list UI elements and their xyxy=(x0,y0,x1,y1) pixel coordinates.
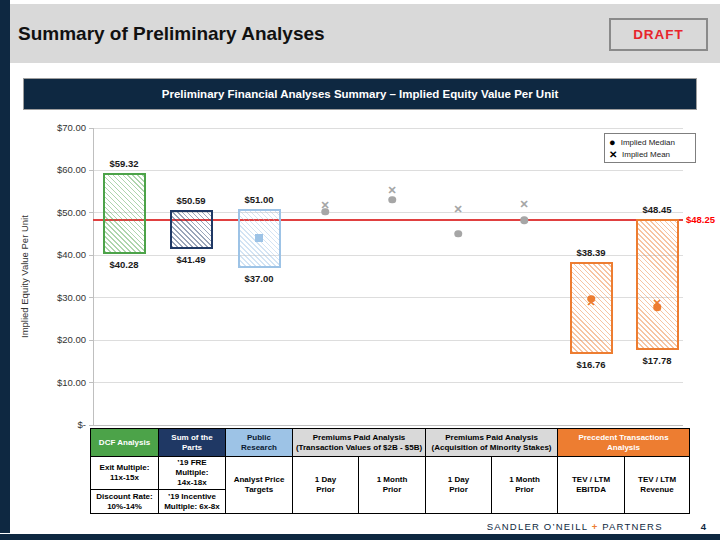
firm-name-right: PARTNERS xyxy=(602,521,662,532)
x-axis-line xyxy=(93,425,683,426)
y-tick-label: $70.00 xyxy=(30,122,86,133)
table-header-green: DCF Analysis xyxy=(91,429,159,457)
mean-marker-premiums-txn-1-month-prior: ✕ xyxy=(387,184,396,195)
mean-x-icon: ✕ xyxy=(609,149,617,160)
y-tick-label: $- xyxy=(30,419,86,430)
y-axis-line xyxy=(93,128,94,425)
range-bar-dcf-analysis xyxy=(103,173,146,254)
legend-item-median: ● Implied Median xyxy=(609,136,691,148)
mean-marker-premiums-minority-1-day-prior: ✕ xyxy=(453,203,462,214)
legend-label-median: Implied Median xyxy=(621,138,675,147)
table-cell: TEV / LTM EBITDA xyxy=(558,457,625,514)
value-label-high-precedent-tev-ltm-revenue: $48.45 xyxy=(627,204,687,215)
gridline xyxy=(93,382,683,383)
draft-stamp: DRAFT xyxy=(609,18,708,51)
median-marker-premiums-txn-1-day-prior xyxy=(321,208,329,216)
value-label-low-precedent-tev-ltm-ebitda: $16.76 xyxy=(561,359,621,370)
value-label-low-sum-of-the-parts: $41.49 xyxy=(161,254,221,265)
table-cell: 1 Month Prior xyxy=(359,457,426,514)
legend-item-mean: ✕ Implied Mean xyxy=(609,148,691,160)
table-header-navy: Sum of the Parts xyxy=(159,429,226,457)
value-label-low-public-research: $37.00 xyxy=(229,273,289,284)
range-bar-precedent-tev-ltm-revenue xyxy=(636,219,679,349)
table-header-gray: Premiums Paid Analysis (Acquisition of M… xyxy=(426,429,558,457)
y-tick-label: $40.00 xyxy=(30,249,86,260)
median-marker-premiums-txn-1-month-prior xyxy=(388,196,396,204)
range-bar-sum-of-the-parts xyxy=(170,210,213,249)
y-tick-label: $20.00 xyxy=(30,334,86,345)
table-cell: ’19 Incentive Multiple: 6x-8x xyxy=(159,490,226,514)
firm-logo-plus-icon: + xyxy=(592,521,599,532)
table-header-orange: Precedent Transactions Analysis xyxy=(558,429,690,457)
y-tick-label: $60.00 xyxy=(30,164,86,175)
header-band: Summary of Preliminary Analyses DRAFT xyxy=(10,4,720,63)
firm-name-left: SANDLER O’NEILL xyxy=(487,521,588,532)
table-header-lightblue: Public Research xyxy=(226,429,293,457)
value-label-high-precedent-tev-ltm-ebitda: $38.39 xyxy=(561,247,621,258)
value-label-high-dcf-analysis: $59.32 xyxy=(94,158,154,169)
reference-line-label: $48.25 xyxy=(686,214,715,225)
firm-logo: SANDLER O’NEILL + PARTNERS xyxy=(487,521,663,532)
table-cell: 1 Day Prior xyxy=(293,457,359,514)
table-cell: Exit Multiple: 11x-15x xyxy=(91,457,159,490)
value-label-low-precedent-tev-ltm-revenue: $17.78 xyxy=(627,355,687,366)
bottom-accent-strip xyxy=(0,534,720,540)
value-label-high-public-research: $51.00 xyxy=(229,194,289,205)
table-cell: ’19 FRE Multiple: 14x-18x xyxy=(159,457,226,490)
table-cell: TEV / LTM Revenue xyxy=(625,457,690,514)
chart-title-banner: Preliminary Financial Analyses Summary –… xyxy=(23,78,697,110)
legend-label-mean: Implied Mean xyxy=(622,150,670,159)
chart-legend: ● Implied Median ✕ Implied Mean xyxy=(604,133,696,163)
analyst-target-marker xyxy=(255,234,263,242)
gridline xyxy=(93,170,683,171)
median-circle-icon: ● xyxy=(609,137,616,147)
median-marker-premiums-minority-1-month-prior xyxy=(520,217,528,225)
plot-area: ✕✕✕✕✕✕ xyxy=(93,128,683,425)
y-tick-label: $30.00 xyxy=(30,292,86,303)
mean-marker-premiums-minority-1-month-prior: ✕ xyxy=(519,199,528,210)
median-marker-precedent-tev-ltm-ebitda xyxy=(587,295,595,303)
table-cell: Analyst Price Targets xyxy=(226,457,293,514)
y-tick-label: $50.00 xyxy=(30,207,86,218)
slide: Summary of Preliminary Analyses DRAFT Pr… xyxy=(0,0,720,540)
table-cell: 1 Month Prior xyxy=(492,457,558,514)
value-label-low-dcf-analysis: $40.28 xyxy=(94,259,154,270)
table-cell: Discount Rate: 10%-14% xyxy=(91,490,159,514)
left-accent-strip xyxy=(0,0,10,533)
page-title: Summary of Preliminary Analyses xyxy=(18,4,325,63)
footer: SANDLER O’NEILL + PARTNERS 4 xyxy=(487,521,706,532)
table-cell: 1 Day Prior xyxy=(426,457,492,514)
range-bar-precedent-tev-ltm-ebitda xyxy=(570,262,613,354)
value-label-high-sum-of-the-parts: $50.59 xyxy=(161,195,221,206)
table-header-gray: Premiums Paid Analysis (Transaction Valu… xyxy=(293,429,426,457)
methodology-table: DCF AnalysisSum of the PartsPublic Resea… xyxy=(90,428,690,514)
median-marker-premiums-minority-1-day-prior xyxy=(454,230,462,238)
median-marker-precedent-tev-ltm-revenue xyxy=(653,304,661,312)
page-number: 4 xyxy=(701,521,706,532)
y-tick-label: $10.00 xyxy=(30,377,86,388)
gridline xyxy=(93,128,683,129)
